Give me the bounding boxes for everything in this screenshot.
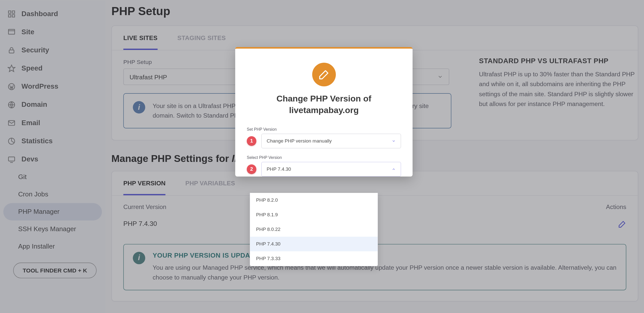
php-version-option[interactable]: PHP 7.4.30 (250, 237, 378, 251)
php-version-dropdown: PHP 8.2.0 PHP 8.1.9 PHP 8.0.22 PHP 7.4.3… (250, 193, 378, 266)
set-php-version-select[interactable]: Change PHP version manually (261, 134, 401, 148)
select-php-version-value: PHP 7.4.30 (267, 166, 291, 172)
set-php-version-value: Change PHP version manually (267, 138, 332, 144)
chevron-down-icon (392, 139, 396, 143)
php-version-option[interactable]: PHP 8.1.9 (250, 207, 378, 222)
change-php-modal: Change PHP Version of livetampabay.org S… (235, 47, 413, 177)
modal-title-domain: livetampabay.org (247, 105, 401, 116)
php-version-option[interactable]: PHP 8.0.22 (250, 222, 378, 237)
pencil-circle-icon (312, 63, 336, 86)
set-php-version-label: Set PHP Version (247, 127, 401, 132)
select-php-version-select[interactable]: PHP 7.4.30 (261, 162, 401, 177)
step-1-badge: 1 (247, 136, 256, 146)
set-php-version-field: Set PHP Version 1 Change PHP version man… (247, 127, 401, 148)
php-version-option[interactable]: PHP 7.3.33 (250, 251, 378, 266)
modal-title-line1: Change PHP Version of (276, 94, 371, 103)
modal-title: Change PHP Version of livetampabay.org (247, 93, 401, 116)
select-php-version-label: Select PHP Version (247, 155, 401, 160)
step-2-badge: 2 (247, 164, 256, 174)
chevron-up-icon (392, 167, 396, 171)
select-php-version-field: Select PHP Version 2 PHP 7.4.30 (247, 155, 401, 177)
php-version-option[interactable]: PHP 8.2.0 (250, 193, 378, 207)
